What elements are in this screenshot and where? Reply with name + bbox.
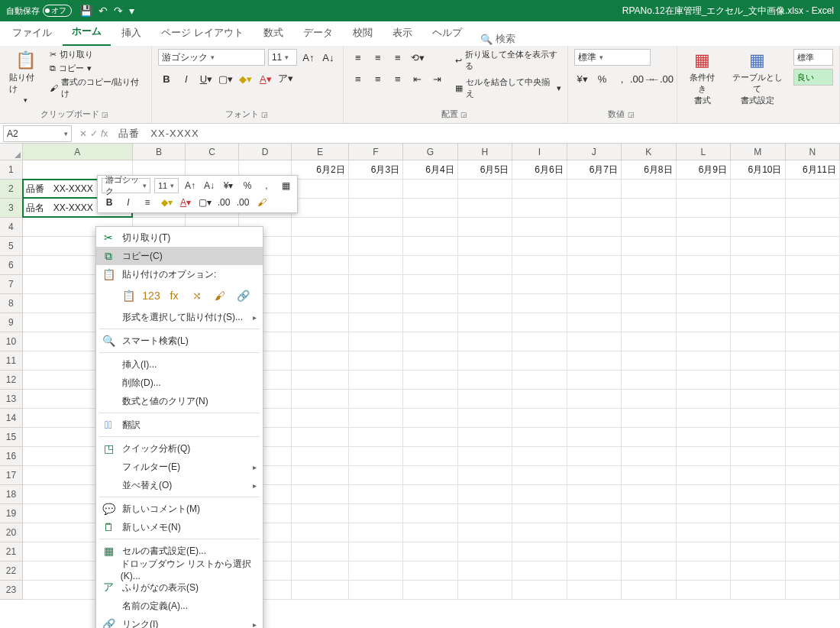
cancel-formula-icon[interactable]: ✕ bbox=[79, 128, 87, 139]
font-color-button[interactable]: A▾ bbox=[257, 70, 274, 87]
cell[interactable] bbox=[567, 218, 622, 237]
cell[interactable] bbox=[622, 466, 676, 485]
cell[interactable] bbox=[622, 218, 676, 237]
cell[interactable] bbox=[567, 542, 622, 562]
col-header[interactable]: A bbox=[23, 144, 133, 160]
bold-button[interactable]: B bbox=[102, 195, 117, 210]
cell[interactable] bbox=[458, 294, 512, 313]
autosave-toggle[interactable]: 自動保存 オフ bbox=[6, 5, 72, 17]
cell[interactable] bbox=[403, 237, 457, 256]
menu-copy[interactable]: ⧉コピー(C) bbox=[96, 247, 263, 265]
menu-translate[interactable]: あ̲翻訳 bbox=[96, 416, 263, 434]
fill-color-button[interactable]: ◆▾ bbox=[237, 70, 254, 87]
cell[interactable] bbox=[512, 542, 567, 562]
align-bottom-icon[interactable]: ≡ bbox=[389, 49, 406, 66]
cell[interactable] bbox=[567, 447, 622, 466]
cell[interactable] bbox=[731, 218, 785, 237]
row-header[interactable]: 14 bbox=[0, 409, 23, 428]
cut-button[interactable]: 切り取り bbox=[60, 49, 93, 60]
cell[interactable] bbox=[292, 428, 348, 447]
cell[interactable] bbox=[677, 466, 731, 485]
col-header[interactable]: H bbox=[458, 144, 512, 160]
menu-smart-lookup[interactable]: 🔍スマート検索(L) bbox=[96, 332, 263, 350]
cell[interactable] bbox=[567, 294, 622, 313]
cell[interactable] bbox=[786, 180, 840, 199]
cell[interactable] bbox=[731, 428, 785, 447]
format-painter-button[interactable]: 🖌 bbox=[254, 195, 270, 210]
cell[interactable] bbox=[403, 447, 457, 466]
copy-button[interactable]: コピー bbox=[59, 63, 84, 74]
col-header[interactable]: E bbox=[292, 144, 348, 160]
cell[interactable] bbox=[292, 256, 348, 275]
cell[interactable] bbox=[677, 237, 731, 256]
cell[interactable] bbox=[731, 237, 785, 256]
cell[interactable] bbox=[403, 409, 457, 428]
cell[interactable] bbox=[567, 485, 622, 504]
cell[interactable] bbox=[731, 256, 785, 275]
cell[interactable] bbox=[349, 428, 403, 447]
cell[interactable] bbox=[292, 409, 348, 428]
cell[interactable] bbox=[458, 581, 512, 600]
italic-button[interactable]: I bbox=[121, 195, 136, 210]
cell[interactable] bbox=[731, 447, 785, 466]
cell[interactable] bbox=[403, 351, 457, 371]
name-box[interactable]: A2 bbox=[3, 125, 72, 142]
paste-option-transpose[interactable]: ⤭ bbox=[188, 286, 206, 305]
cell[interactable] bbox=[349, 332, 403, 351]
cell[interactable] bbox=[677, 218, 731, 237]
wrap-text-button[interactable]: 折り返して全体を表示する bbox=[465, 49, 561, 72]
cell[interactable] bbox=[292, 466, 348, 485]
cell[interactable] bbox=[567, 428, 622, 447]
cell[interactable] bbox=[349, 218, 403, 237]
row-header[interactable]: 19 bbox=[0, 504, 23, 523]
cell[interactable] bbox=[677, 409, 731, 428]
cell[interactable] bbox=[458, 428, 512, 447]
search-box[interactable]: 🔍検索 bbox=[480, 32, 515, 46]
cell[interactable] bbox=[349, 294, 403, 313]
col-header[interactable]: B bbox=[133, 144, 186, 160]
row-header[interactable]: 16 bbox=[0, 447, 23, 466]
dialog-launcher-icon[interactable]: ◲ bbox=[261, 111, 270, 118]
cell[interactable] bbox=[622, 390, 676, 409]
cell[interactable] bbox=[403, 581, 457, 600]
align-top-icon[interactable]: ≡ bbox=[350, 49, 367, 66]
tab-home[interactable]: ホーム bbox=[63, 20, 111, 46]
cell[interactable] bbox=[731, 371, 785, 390]
cell[interactable]: 6月9日 bbox=[677, 160, 731, 180]
cell[interactable] bbox=[677, 523, 731, 542]
cell[interactable] bbox=[731, 504, 785, 523]
mini-size-dropdown[interactable]: 11 bbox=[154, 178, 179, 193]
cell[interactable] bbox=[677, 199, 731, 218]
col-header[interactable]: G bbox=[403, 144, 457, 160]
cell[interactable] bbox=[349, 371, 403, 390]
row-header[interactable]: 8 bbox=[0, 294, 23, 313]
cell[interactable] bbox=[512, 581, 567, 600]
menu-insert[interactable]: 挿入(I)... bbox=[96, 355, 263, 374]
fill-color-button[interactable]: ◆▾ bbox=[159, 195, 174, 210]
cell[interactable] bbox=[512, 256, 567, 275]
cell[interactable] bbox=[403, 371, 457, 390]
col-header[interactable]: M bbox=[731, 144, 785, 160]
cell[interactable] bbox=[786, 332, 840, 351]
indent-increase-icon[interactable]: ⇥ bbox=[429, 70, 446, 87]
cell[interactable] bbox=[567, 562, 622, 581]
row-header[interactable]: 22 bbox=[0, 562, 23, 581]
style-normal[interactable]: 標準 bbox=[793, 49, 833, 66]
tab-formulas[interactable]: 数式 bbox=[254, 21, 292, 46]
cell[interactable] bbox=[567, 390, 622, 409]
cell[interactable] bbox=[786, 562, 840, 581]
cell[interactable] bbox=[677, 504, 731, 523]
cell[interactable] bbox=[567, 466, 622, 485]
cell[interactable] bbox=[403, 542, 457, 562]
tab-insert[interactable]: 挿入 bbox=[112, 21, 150, 46]
cell[interactable] bbox=[292, 542, 348, 562]
cell[interactable] bbox=[731, 199, 785, 218]
row-header[interactable]: 1 bbox=[0, 160, 23, 180]
col-header[interactable]: K bbox=[622, 144, 676, 160]
cell[interactable] bbox=[622, 237, 676, 256]
merge-center-button[interactable]: セルを結合して中央揃え bbox=[466, 76, 554, 99]
cell[interactable] bbox=[786, 409, 840, 428]
col-header[interactable]: L bbox=[677, 144, 731, 160]
row-header[interactable]: 23 bbox=[0, 581, 23, 600]
tab-data[interactable]: データ bbox=[294, 21, 342, 46]
